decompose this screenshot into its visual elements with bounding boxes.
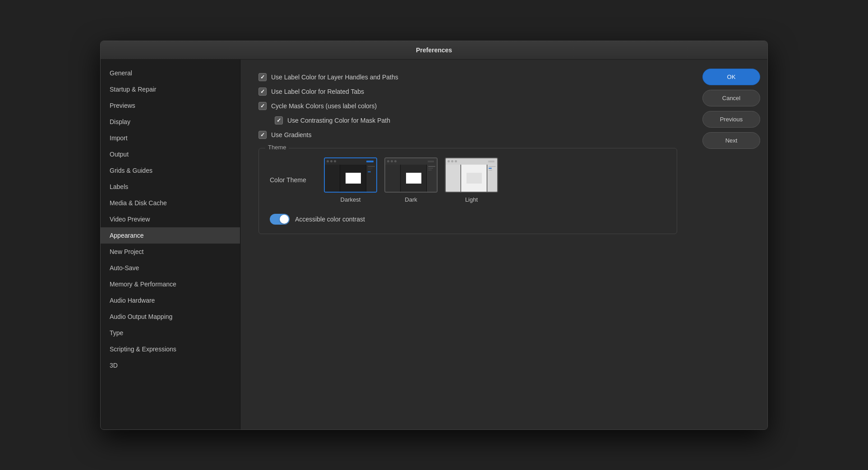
sidebar-item-audio-hardware[interactable]: Audio Hardware (101, 292, 240, 309)
checkbox-row-contrasting: Use Contrasting Color for Mask Path (275, 116, 677, 124)
theme-legend: Theme (265, 144, 289, 151)
previous-button[interactable]: Previous (702, 111, 760, 128)
checkbox-label-tabs: Use Label Color for Related Tabs (271, 88, 364, 95)
sidebar-item-startup-repair[interactable]: Startup & Repair (101, 81, 240, 97)
checkbox-use-gradients[interactable] (259, 131, 267, 139)
checkbox-row-gradients: Use Gradients (259, 131, 677, 139)
sidebar-item-media-disk-cache[interactable]: Media & Disk Cache (101, 195, 240, 211)
sidebar-item-display[interactable]: Display (101, 114, 240, 130)
buttons-column: OK Cancel Previous Next (695, 60, 767, 429)
checkbox-row-tabs: Use Label Color for Related Tabs (259, 88, 677, 96)
color-theme-label: Color Theme (270, 176, 315, 184)
dialog-title: Preferences (416, 46, 452, 54)
checkbox-label-handles: Use Label Color for Layer Handles and Pa… (271, 74, 398, 81)
theme-option-light[interactable]: Light (445, 157, 498, 203)
sidebar-item-labels[interactable]: Labels (101, 179, 240, 195)
theme-row: Color Theme (270, 157, 666, 203)
theme-options: Darkest (324, 157, 498, 203)
sidebar-item-general[interactable]: General (101, 65, 240, 81)
theme-name-darkest: Darkest (341, 196, 361, 203)
sidebar-item-audio-output-mapping[interactable]: Audio Output Mapping (101, 309, 240, 325)
sidebar-item-memory-performance[interactable]: Memory & Performance (101, 276, 240, 292)
sidebar-item-appearance[interactable]: Appearance (101, 227, 240, 244)
sidebar-item-new-project[interactable]: New Project (101, 244, 240, 260)
sidebar-item-type[interactable]: Type (101, 325, 240, 341)
accessible-contrast-label: Accessible color contrast (295, 216, 365, 223)
theme-option-darkest[interactable]: Darkest (324, 157, 377, 203)
accessible-contrast-row: Accessible color contrast (270, 214, 666, 225)
theme-section: Theme Color Theme (259, 148, 677, 234)
app-backdrop: Preferences General Startup & Repair Pre… (0, 0, 868, 470)
theme-thumbnail-dark (384, 157, 438, 193)
checkbox-label-gradients: Use Gradients (271, 131, 311, 138)
theme-thumbnail-darkest (324, 157, 377, 193)
checkbox-use-label-color-tabs[interactable] (259, 88, 267, 96)
checkbox-label-cycle-mask: Cycle Mask Colors (uses label colors) (271, 102, 377, 110)
sidebar-item-auto-save[interactable]: Auto-Save (101, 260, 240, 276)
checkbox-row-handles: Use Label Color for Layer Handles and Pa… (259, 73, 677, 81)
theme-name-dark: Dark (405, 196, 417, 203)
sidebar-item-output[interactable]: Output (101, 146, 240, 162)
sidebar-item-video-preview[interactable]: Video Preview (101, 211, 240, 227)
main-content: Use Label Color for Layer Handles and Pa… (240, 60, 695, 429)
sidebar-item-previews[interactable]: Previews (101, 97, 240, 114)
checkbox-label-contrasting: Use Contrasting Color for Mask Path (287, 117, 390, 124)
ok-button[interactable]: OK (702, 69, 760, 85)
dialog-body: General Startup & Repair Previews Displa… (101, 60, 767, 429)
toggle-knob (280, 215, 289, 224)
dialog-titlebar: Preferences (101, 41, 767, 60)
checkbox-cycle-mask-colors[interactable] (259, 102, 267, 110)
theme-thumbnail-light (445, 157, 498, 193)
sidebar-item-import[interactable]: Import (101, 130, 240, 146)
sidebar: General Startup & Repair Previews Displa… (101, 60, 240, 429)
theme-name-light: Light (465, 196, 478, 203)
checkbox-use-label-color-handles[interactable] (259, 73, 267, 81)
checkbox-use-contrasting-color[interactable] (275, 116, 283, 124)
checkbox-row-cycle-mask: Cycle Mask Colors (uses label colors) (259, 102, 677, 110)
theme-option-dark[interactable]: Dark (384, 157, 438, 203)
next-button[interactable]: Next (702, 132, 760, 149)
sidebar-item-scripting-expressions[interactable]: Scripting & Expressions (101, 341, 240, 357)
sidebar-item-grids-guides[interactable]: Grids & Guides (101, 162, 240, 179)
cancel-button[interactable]: Cancel (702, 90, 760, 106)
accessible-contrast-toggle[interactable] (270, 214, 290, 225)
sidebar-item-3d[interactable]: 3D (101, 357, 240, 373)
preferences-dialog: Preferences General Startup & Repair Pre… (100, 41, 768, 430)
